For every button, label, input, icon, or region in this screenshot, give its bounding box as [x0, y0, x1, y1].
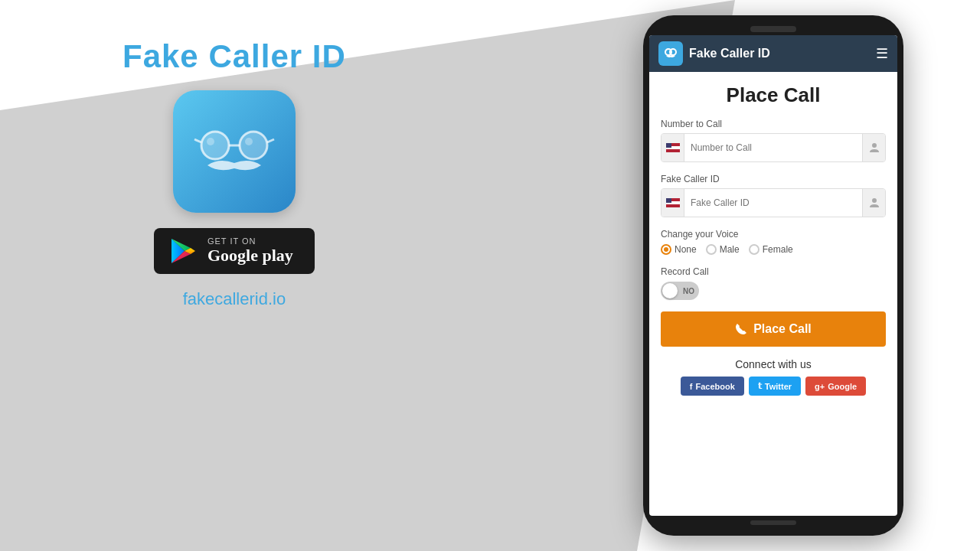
voice-section: Change your Voice None Male Female	[661, 229, 886, 255]
voice-male[interactable]: Male	[706, 244, 740, 255]
google-play-button[interactable]: GET IT ON Google play	[154, 228, 315, 274]
fb-icon: f	[690, 382, 693, 391]
radio-male-circle[interactable]	[706, 244, 717, 255]
website-link[interactable]: fakecallerid.io	[183, 289, 286, 309]
play-text: GET IT ON Google play	[207, 236, 293, 266]
contact-icon[interactable]	[862, 134, 885, 161]
radio-female-circle[interactable]	[749, 244, 760, 255]
svg-point-21	[872, 198, 877, 203]
voice-female-label: Female	[763, 244, 793, 255]
svg-point-5	[207, 138, 214, 145]
voice-none-label: None	[675, 244, 697, 255]
google-play-label: Google play	[207, 246, 293, 266]
place-call-label: Place Call	[753, 322, 812, 336]
fake-flag-svg	[666, 198, 680, 207]
app-header: Fake Caller ID ☰	[649, 35, 897, 72]
svg-line-4	[267, 139, 274, 142]
fake-flag-icon	[662, 189, 684, 217]
svg-point-15	[872, 143, 877, 148]
radio-group: None Male Female	[661, 244, 886, 255]
svg-rect-19	[666, 204, 680, 207]
phone-call-icon	[735, 323, 747, 335]
app-icon-graphic	[188, 117, 280, 186]
g-label: Google	[828, 382, 857, 391]
facebook-button[interactable]: f Facebook	[681, 377, 744, 396]
record-section: Record Call NO	[661, 266, 886, 300]
tw-label: Twitter	[765, 382, 792, 391]
phone-screen: Fake Caller ID ☰ Place Call Number to Ca…	[649, 35, 897, 516]
google-button[interactable]: g+ Google	[805, 377, 866, 396]
connect-section: Connect with us f Facebook 𝕥 Twitter g+	[661, 358, 886, 396]
person-icon	[868, 142, 880, 154]
svg-rect-14	[666, 143, 671, 148]
radio-none-circle[interactable]	[661, 244, 671, 255]
place-call-button[interactable]: Place Call	[661, 311, 886, 347]
svg-rect-20	[666, 198, 671, 203]
twitter-button[interactable]: 𝕥 Twitter	[749, 377, 801, 396]
toggle-no-label: NO	[683, 287, 694, 295]
svg-point-1	[240, 132, 267, 159]
svg-point-0	[201, 132, 229, 159]
hamburger-icon[interactable]: ☰	[876, 45, 888, 62]
svg-rect-13	[666, 149, 680, 152]
phone-outer: Fake Caller ID ☰ Place Call Number to Ca…	[643, 15, 903, 536]
voice-male-label: Male	[720, 244, 740, 255]
record-toggle[interactable]: NO	[661, 282, 699, 300]
app-header-title: Fake Caller ID	[689, 47, 870, 60]
app-title: Fake Caller ID	[122, 38, 346, 75]
record-call-label: Record Call	[661, 266, 886, 277]
fake-caller-id-row	[661, 188, 886, 217]
svg-point-6	[245, 138, 253, 145]
number-to-call-row	[661, 133, 886, 162]
flag-svg	[666, 143, 680, 152]
phone-home-bar	[750, 520, 796, 525]
voice-female[interactable]: Female	[749, 244, 793, 255]
app-icon	[173, 90, 296, 213]
fb-label: Facebook	[696, 382, 735, 391]
page-title: Place Call	[661, 83, 886, 107]
app-content: Place Call Number to Call	[649, 72, 897, 516]
flag-icon	[662, 134, 684, 161]
connect-title: Connect with us	[661, 358, 886, 370]
tw-icon: 𝕥	[758, 381, 762, 391]
phone-speaker	[750, 26, 796, 32]
left-panel: Fake Caller ID	[122, 38, 346, 309]
number-to-call-label: Number to Call	[661, 119, 886, 129]
header-app-icon	[663, 46, 678, 61]
fake-caller-id-input[interactable]	[684, 191, 862, 214]
phone-mockup: Fake Caller ID ☰ Place Call Number to Ca…	[643, 15, 903, 536]
fake-caller-id-label: Fake Caller ID	[661, 174, 886, 184]
change-voice-label: Change your Voice	[661, 229, 886, 240]
svg-line-3	[194, 139, 201, 142]
social-buttons: f Facebook 𝕥 Twitter g+ Google	[661, 377, 886, 396]
fake-contact-icon[interactable]	[862, 189, 885, 217]
toggle-knob	[662, 283, 678, 298]
number-to-call-input[interactable]	[684, 136, 862, 159]
fake-person-icon	[868, 197, 880, 209]
header-icon-box	[658, 41, 683, 66]
voice-none[interactable]: None	[661, 244, 697, 255]
g-icon: g+	[815, 382, 825, 391]
get-it-on-text: GET IT ON	[207, 236, 293, 246]
toggle-row: NO	[661, 282, 886, 300]
play-store-icon	[168, 236, 198, 266]
